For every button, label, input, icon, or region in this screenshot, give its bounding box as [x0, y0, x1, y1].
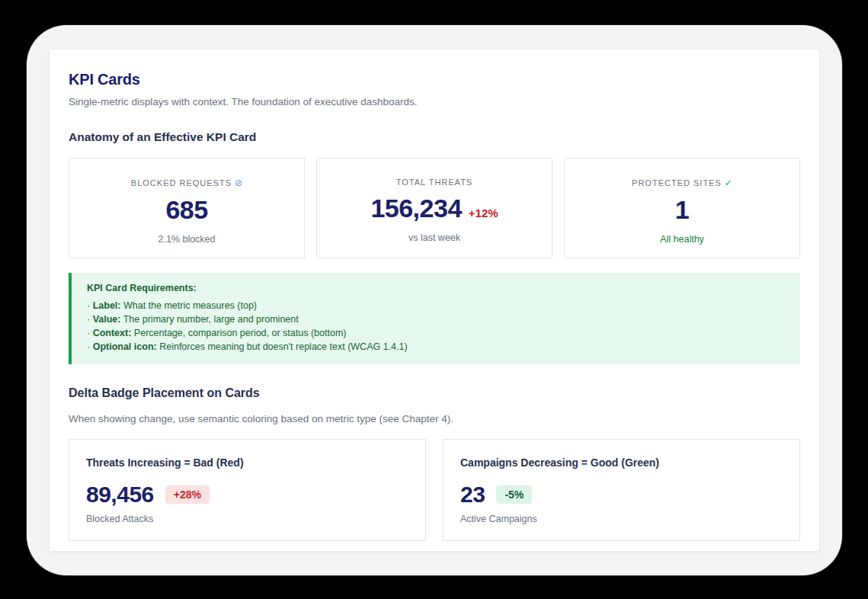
page-subtitle: Single-metric displays with context. The…	[69, 96, 800, 107]
requirement-term: Value:	[93, 314, 121, 325]
requirement-term: Context:	[93, 328, 132, 338]
kpi-value: 1	[575, 197, 789, 224]
requirements-title: KPI Card Requirements:	[87, 283, 785, 293]
delta-metric-label: Active Campaigns	[460, 514, 783, 524]
delta-badge-green: -5%	[496, 485, 532, 505]
kpi-label-text: TOTAL THREATS	[396, 178, 472, 187]
delta-card-row: Threats Increasing = Bad (Red) 89,456 +2…	[69, 439, 800, 541]
requirement-term: Optional icon:	[93, 341, 157, 352]
requirement-item: · Optional icon: Reinforces meaning but …	[87, 340, 785, 354]
kpi-context: All healthy	[575, 234, 789, 245]
kpi-card-blocked-requests: BLOCKED REQUESTS ⊘ 685 2.1% blocked	[69, 158, 305, 258]
kpi-card-protected-sites: PROTECTED SITES ✓ 1 All healthy	[564, 158, 800, 258]
kpi-context: vs last week	[328, 232, 541, 243]
delta-value-row: 89,456 +28%	[86, 483, 408, 506]
device-frame: KPI Cards Single-metric displays with co…	[27, 25, 842, 575]
delta-card-campaigns: Campaigns Decreasing = Good (Green) 23 -…	[443, 439, 800, 541]
kpi-value: 685	[80, 197, 293, 224]
delta-card-title: Campaigns Decreasing = Good (Green)	[460, 456, 783, 469]
check-icon: ✓	[725, 178, 732, 188]
kpi-label: TOTAL THREATS	[328, 178, 541, 187]
kpi-label-text: PROTECTED SITES	[632, 178, 722, 187]
bullet: ·	[87, 300, 90, 311]
requirement-desc: What the metric measures (top)	[123, 300, 257, 311]
kpi-value-number: 156,234	[370, 194, 461, 223]
delta-value-row: 23 -5%	[460, 483, 783, 506]
delta-badge-red: +28%	[165, 485, 210, 505]
delta-section-heading: Delta Badge Placement on Cards	[69, 386, 800, 400]
kpi-delta-indicator: +12%	[469, 207, 498, 219]
requirement-item: · Context: Percentage, comparison period…	[87, 326, 785, 340]
delta-value: 23	[460, 483, 485, 506]
delta-card-title: Threats Increasing = Bad (Red)	[86, 456, 408, 469]
blocked-icon: ⊘	[235, 178, 242, 188]
delta-section-description: When showing change, use semantic colori…	[69, 413, 800, 424]
requirement-desc: Reinforces meaning but doesn't replace t…	[159, 341, 407, 352]
page-title: KPI Cards	[69, 71, 800, 88]
kpi-label: PROTECTED SITES ✓	[575, 178, 789, 188]
kpi-card-total-threats: TOTAL THREATS 156,234+12% vs last week	[316, 158, 553, 258]
kpi-context: 2.1% blocked	[80, 234, 293, 245]
requirement-item: · Label: What the metric measures (top)	[87, 299, 785, 312]
content-panel: KPI Cards Single-metric displays with co…	[50, 50, 819, 551]
requirement-item: · Value: The primary number, large and p…	[87, 312, 785, 326]
requirements-callout: KPI Card Requirements: · Label: What the…	[69, 273, 800, 364]
bullet: ·	[87, 314, 90, 325]
kpi-label: BLOCKED REQUESTS ⊘	[80, 178, 293, 188]
kpi-value: 156,234+12%	[328, 195, 541, 223]
requirement-desc: Percentage, comparison period, or status…	[134, 328, 347, 338]
bullet: ·	[87, 328, 90, 338]
requirement-term: Label:	[93, 300, 121, 311]
delta-card-threats: Threats Increasing = Bad (Red) 89,456 +2…	[69, 439, 426, 541]
anatomy-heading: Anatomy of an Effective KPI Card	[69, 130, 800, 144]
delta-value: 89,456	[86, 483, 154, 506]
page-background: { "page": { "title": "KPI Cards", "subti…	[0, 0, 868, 599]
requirement-desc: The primary number, large and prominent	[123, 314, 299, 325]
kpi-label-text: BLOCKED REQUESTS	[131, 178, 232, 187]
kpi-card-row: BLOCKED REQUESTS ⊘ 685 2.1% blocked TOTA…	[69, 158, 800, 258]
bullet: ·	[87, 341, 90, 352]
delta-metric-label: Blocked Attacks	[86, 514, 408, 524]
